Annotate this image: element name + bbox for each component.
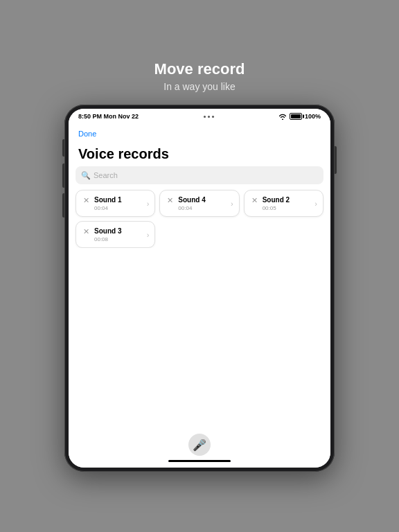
search-bar-container: 🔍 Search bbox=[69, 166, 330, 190]
wifi-icon bbox=[278, 114, 287, 120]
ipad-shell: 8:50 PM Mon Nov 22 100% Done bbox=[64, 105, 335, 472]
status-center-dots bbox=[204, 116, 214, 118]
record-name-4: Sound 3 bbox=[94, 227, 121, 236]
status-time: 8:50 PM Mon Nov 22 bbox=[78, 113, 139, 120]
side-button-left-mid bbox=[62, 163, 64, 188]
record-duration-2: 00:04 bbox=[178, 205, 205, 211]
dot2 bbox=[208, 116, 210, 118]
record-name-3: Sound 2 bbox=[263, 195, 290, 204]
search-bar[interactable]: 🔍 Search bbox=[76, 166, 323, 184]
record-card-3[interactable]: ✕ Sound 2 00:05 › bbox=[244, 190, 323, 217]
page-title: Voice records bbox=[69, 143, 330, 166]
record-close-btn-4[interactable]: ✕ bbox=[82, 227, 91, 236]
record-card-2[interactable]: ✕ Sound 4 00:04 › bbox=[159, 190, 239, 217]
done-button[interactable]: Done bbox=[78, 130, 96, 138]
record-close-btn-3[interactable]: ✕ bbox=[250, 196, 259, 205]
record-chevron-3: › bbox=[314, 200, 317, 208]
side-button-left-bot bbox=[62, 193, 64, 218]
record-duration-3: 00:05 bbox=[263, 205, 290, 211]
record-card-4[interactable]: ✕ Sound 3 00:08 › bbox=[76, 221, 155, 248]
search-placeholder-text: Search bbox=[94, 171, 118, 179]
record-card-1[interactable]: ✕ Sound 1 00:04 › bbox=[76, 190, 155, 217]
status-bar: 8:50 PM Mon Nov 22 100% bbox=[69, 109, 330, 124]
record-close-btn-1[interactable]: ✕ bbox=[82, 196, 91, 205]
battery-label: 100% bbox=[305, 113, 321, 120]
status-right-group: 100% bbox=[278, 113, 321, 120]
side-button-left-top bbox=[62, 139, 64, 157]
promo-subtitle-text: In a way you like bbox=[163, 81, 236, 92]
mic-button[interactable]: 🎤 bbox=[188, 434, 211, 456]
dot3 bbox=[212, 116, 214, 118]
battery-icon bbox=[290, 113, 302, 120]
dot1 bbox=[204, 116, 206, 118]
record-name-2: Sound 4 bbox=[178, 195, 205, 204]
home-area: 🎤 bbox=[69, 434, 330, 468]
home-bar bbox=[168, 460, 231, 462]
search-icon: 🔍 bbox=[81, 171, 91, 180]
content-area bbox=[69, 248, 330, 434]
record-chevron-2: › bbox=[231, 200, 233, 208]
promo-title-text: Move record bbox=[154, 60, 245, 78]
record-duration-1: 00:04 bbox=[94, 205, 121, 211]
mic-icon: 🎤 bbox=[193, 438, 206, 452]
record-chevron-1: › bbox=[147, 200, 150, 208]
record-duration-4: 00:08 bbox=[94, 236, 121, 242]
side-button-right bbox=[335, 146, 337, 174]
nav-bar: Done bbox=[69, 124, 330, 143]
ipad-screen: 8:50 PM Mon Nov 22 100% Done bbox=[69, 109, 330, 468]
record-close-btn-2[interactable]: ✕ bbox=[166, 196, 175, 205]
records-grid: ✕ Sound 1 00:04 › ✕ Sound 4 00:04 bbox=[69, 190, 330, 248]
record-chevron-4: › bbox=[147, 231, 150, 239]
record-name-1: Sound 1 bbox=[94, 195, 121, 204]
